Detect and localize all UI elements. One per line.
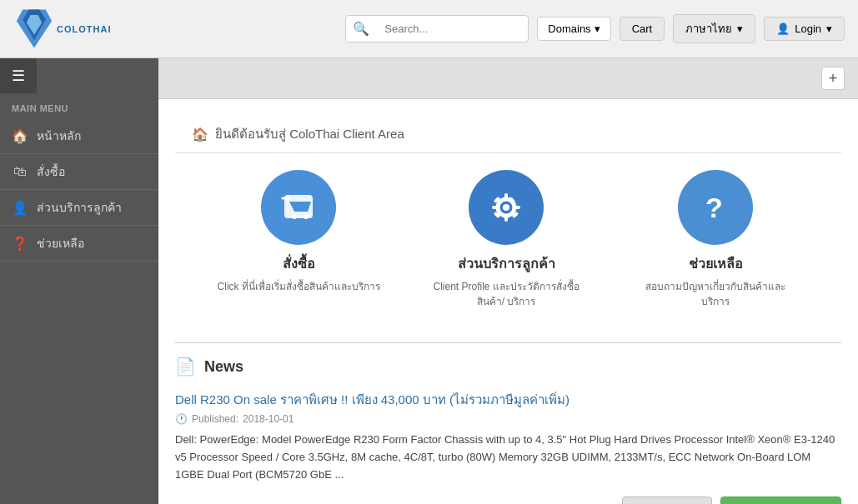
help-desc: สอบถามปัญหาเกี่ยวกับสินค้าและบริการ [632, 279, 799, 309]
svg-text:?: ? [705, 192, 723, 223]
svg-point-8 [503, 204, 509, 211]
login-chevron-icon: ▾ [826, 22, 832, 35]
client-desc: Client Profile และประวัติการสั่งซื้อสินค… [423, 279, 590, 309]
svg-rect-12 [514, 206, 520, 209]
hamburger-icon: ☰ [12, 67, 25, 84]
gear-icon [485, 187, 527, 228]
sidebar-toggle-button[interactable]: ☰ [0, 58, 37, 93]
sidebar-item-label-client: ส่วนบริการลูกค้า [37, 198, 122, 217]
user-icon: 👤 [12, 199, 28, 216]
sidebar-item-order[interactable]: 🛍 สั่งซื้อ [0, 154, 158, 190]
help-circle-icon: ? [678, 170, 753, 245]
welcome-icon-order[interactable]: สั่งซื้อ Click ที่นี่เพื่อเริ่มสั่งซื้อส… [218, 170, 380, 294]
content-area: + 🏠 ยินดีต้อนรับสู่ ColoThai Client Area [158, 58, 858, 504]
sidebar-item-client[interactable]: 👤 ส่วนบริการลูกค้า [0, 190, 158, 226]
cart-icon [278, 187, 319, 228]
sidebar-item-label-help: ช่วยเหลือ [37, 234, 84, 252]
order-desc: Click ที่นี่เพื่อเริ่มสั่งซื้อสินค้าและบ… [218, 279, 380, 294]
news-archive-button[interactable]: News Archive [622, 497, 713, 504]
add-button[interactable]: + [821, 67, 845, 90]
svg-rect-9 [504, 193, 508, 200]
login-button[interactable]: 👤 Login ▾ [764, 17, 845, 41]
welcome-icon-client[interactable]: ส่วนบริการลูกค้า Client Profile และประวั… [423, 170, 590, 309]
sidebar: ☰ MAIN MENU 🏠 หน้าหลัก 🛍 สั่งซื้อ 👤 ส่วน… [0, 58, 158, 504]
main-layout: ☰ MAIN MENU 🏠 หน้าหลัก 🛍 สั่งซื้อ 👤 ส่วน… [0, 58, 858, 504]
logo-text: COLOTHAI [57, 24, 111, 34]
breadcrumb-home-icon: 🏠 [192, 127, 208, 142]
login-label: Login [795, 22, 821, 35]
shopping-bag-icon: 🛍 [12, 163, 28, 180]
cart-button[interactable]: Cart [620, 17, 665, 41]
colothai-logo: COLOTHAI [13, 6, 55, 52]
main-content: 🏠 ยินดีต้อนรับสู่ ColoThai Client Area [158, 99, 858, 504]
published-label: Published: [192, 413, 238, 425]
news-header: 📄 News [175, 357, 841, 377]
order-circle-icon [261, 170, 336, 245]
welcome-icons-section: สั่งซื้อ Click ที่นี่เพื่อเริ่มสั่งซื้อส… [175, 153, 841, 334]
search-input[interactable] [376, 17, 529, 40]
sidebar-item-home[interactable]: 🏠 หน้าหลัก [0, 118, 158, 154]
sidebar-item-label-order: สั่งซื้อ [37, 162, 65, 181]
search-bar: 🔍 [345, 15, 529, 42]
read-entire-entry-button[interactable]: Read entire entry » [720, 497, 841, 504]
news-icon: 📄 [175, 357, 196, 377]
svg-rect-10 [504, 215, 508, 222]
news-date: 🕐 Published: 2018-10-01 [175, 413, 841, 425]
language-button[interactable]: ภาษาไทย ▾ [673, 14, 755, 43]
cart-label: Cart [632, 22, 653, 35]
help-label: ช่วยเหลือ [689, 253, 743, 274]
breadcrumb: 🏠 ยินดีต้อนรับสู่ ColoThai Client Area [175, 116, 841, 153]
question-mark-icon: ? [695, 187, 736, 228]
logo-area: COLOTHAI COLOTHAI [13, 6, 111, 52]
question-icon: ❓ [12, 235, 28, 252]
news-body: Dell: PowerEdge: Model PowerEdge R230 Fo… [175, 432, 841, 483]
svg-rect-11 [492, 206, 499, 209]
welcome-icon-help[interactable]: ? ช่วยเหลือ สอบถามปัญหาเกี่ยวกับสินค้าแล… [632, 170, 799, 309]
sidebar-item-label-home: หน้าหลัก [37, 127, 81, 145]
language-chevron-icon: ▾ [737, 22, 743, 35]
clock-icon: 🕐 [175, 413, 188, 425]
svg-point-5 [292, 214, 297, 219]
news-date-value: 2018-10-01 [243, 413, 294, 425]
main-menu-label: MAIN MENU [0, 93, 158, 118]
order-label: สั่งซื้อ [283, 253, 315, 274]
content-header: + [158, 58, 858, 99]
news-section: 📄 News Dell R230 On sale ราคาพิเศษ !! เพ… [175, 342, 841, 504]
sidebar-item-help[interactable]: ❓ ช่วยเหลือ [0, 226, 158, 262]
news-article: Dell R230 On sale ราคาพิเศษ !! เพียง 43,… [175, 390, 841, 504]
language-label: ภาษาไทย [685, 20, 732, 37]
search-icon[interactable]: 🔍 [346, 16, 376, 42]
client-circle-icon [469, 170, 544, 245]
domains-label: Domains [548, 22, 590, 35]
breadcrumb-text: ยินดีต้อนรับสู่ ColoThai Client Area [215, 124, 404, 144]
news-title-link[interactable]: Dell R230 On sale ราคาพิเศษ !! เพียง 43,… [175, 390, 841, 410]
domains-chevron-icon: ▾ [595, 22, 600, 35]
news-footer: News Archive Read entire entry » [175, 497, 841, 504]
top-navigation: COLOTHAI COLOTHAI 🔍 Domains ▾ Cart ภาษาไ… [0, 0, 858, 58]
news-section-label: News [204, 358, 243, 376]
domains-button[interactable]: Domains ▾ [537, 17, 610, 41]
client-label: ส่วนบริการลูกค้า [458, 253, 555, 274]
svg-point-6 [304, 214, 309, 219]
home-icon: 🏠 [12, 127, 28, 144]
user-icon: 👤 [776, 22, 790, 35]
